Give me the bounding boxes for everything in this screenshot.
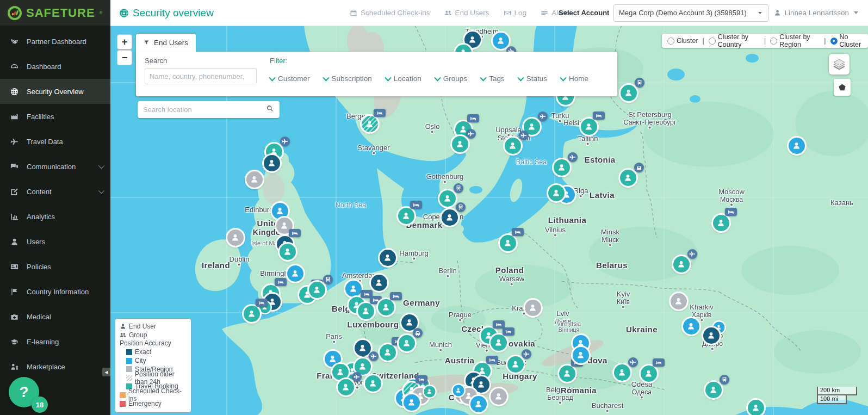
end-user-marker[interactable] <box>246 171 263 188</box>
zoom-in-button[interactable]: + <box>117 34 132 49</box>
filter-dropdown-home[interactable]: Home <box>561 75 588 83</box>
sidebar-item-policies[interactable]: Policies <box>0 254 110 279</box>
end-user-marker[interactable] <box>500 235 516 251</box>
end-user-marker[interactable] <box>380 344 396 361</box>
filter-dropdown-customer[interactable]: Customer <box>270 75 310 83</box>
end-user-marker[interactable] <box>244 306 260 322</box>
end-user-marker[interactable] <box>470 396 487 412</box>
end-user-marker[interactable] <box>280 244 296 260</box>
end-user-marker[interactable] <box>287 265 303 282</box>
sidebar-item-country-information[interactable]: Country Information <box>0 279 110 304</box>
header-nav-scheduled-check-ins[interactable]: Scheduled Check-ins <box>350 9 430 17</box>
end-user-marker[interactable] <box>554 159 570 176</box>
sidebar-item-users[interactable]: Users <box>0 229 110 254</box>
filter-dropdown-location[interactable]: Location <box>386 75 421 83</box>
end-user-marker[interactable] <box>272 203 288 219</box>
search-icon[interactable] <box>266 104 280 115</box>
end-user-marker[interactable] <box>525 300 541 316</box>
end-user-marker[interactable] <box>378 299 394 315</box>
end-user-marker[interactable] <box>473 376 489 393</box>
filter-dropdown-status[interactable]: Status <box>518 75 547 83</box>
end-user-marker[interactable] <box>398 208 414 224</box>
end-user-marker[interactable] <box>703 327 720 344</box>
location-search-input[interactable] <box>138 106 266 114</box>
end-user-marker[interactable] <box>505 138 521 154</box>
search-input[interactable] <box>145 68 257 84</box>
sidebar-item-analytics[interactable]: Analytics <box>0 204 110 229</box>
filter-dropdown-tags[interactable]: Tags <box>481 75 505 83</box>
user-menu[interactable]: Linnea Lennartsson <box>774 9 858 17</box>
sidebar-item-e-learning[interactable]: E-learning <box>0 329 110 354</box>
person-icon <box>445 213 455 222</box>
end-user-marker[interactable] <box>507 356 524 373</box>
end-user-marker[interactable] <box>355 340 371 356</box>
safeture-logo[interactable]: SAFETURE ® <box>0 0 110 26</box>
radio-icon[interactable] <box>667 38 674 45</box>
header-nav-end-users[interactable]: End Users <box>444 9 489 17</box>
sidebar-item-travel-data[interactable]: Travel Data <box>0 129 110 154</box>
end-user-marker[interactable] <box>453 385 464 397</box>
end-user-marker[interactable] <box>559 366 575 382</box>
end-user-marker[interactable] <box>424 386 436 398</box>
sidebar-item-security-overview[interactable]: Security Overview <box>0 79 110 104</box>
end-user-marker[interactable] <box>332 364 349 380</box>
end-user-marker[interactable] <box>371 275 387 291</box>
end-user-marker[interactable] <box>358 303 374 319</box>
cluster-option-no-cluster[interactable]: No Cluster <box>830 33 863 48</box>
end-user-marker[interactable] <box>452 136 468 152</box>
filter-dropdown-groups[interactable]: Groups <box>435 75 467 83</box>
end-user-marker[interactable] <box>404 394 420 411</box>
zoom-out-button[interactable]: − <box>117 50 132 65</box>
end-user-marker[interactable] <box>264 155 280 171</box>
help-widget[interactable]: ? 18 <box>9 377 39 407</box>
end-user-marker[interactable] <box>439 190 456 207</box>
end-user-marker[interactable] <box>614 364 630 381</box>
end-user-marker[interactable] <box>442 209 458 226</box>
end-user-marker[interactable] <box>491 335 507 351</box>
end-user-marker[interactable] <box>683 318 699 335</box>
cluster-option-cluster-by-region[interactable]: Cluster by Region <box>770 33 820 48</box>
end-user-marker[interactable] <box>748 400 764 415</box>
sidebar-item-facilities[interactable]: Facilities <box>0 104 110 129</box>
radio-icon[interactable] <box>770 38 777 45</box>
account-select[interactable]: Mega Corp (Demo Account 3) (3598591) <box>613 4 768 22</box>
end-user-marker[interactable] <box>581 119 597 135</box>
end-user-marker[interactable] <box>641 366 657 382</box>
layers-button[interactable] <box>829 54 850 75</box>
tab-end-users[interactable]: End Users <box>136 34 196 52</box>
sidebar-item-medical[interactable]: Medical <box>0 304 110 329</box>
sidebar-item-dashboard[interactable]: Dashboard <box>0 54 110 79</box>
cluster-option-cluster-by-country[interactable]: Cluster by Country <box>709 33 760 48</box>
end-user-marker[interactable] <box>621 85 637 101</box>
sidebar-item-communication[interactable]: Communication <box>0 154 110 179</box>
end-user-marker[interactable] <box>789 138 805 154</box>
end-user-marker[interactable] <box>620 170 636 186</box>
header-nav-log[interactable]: Log <box>504 9 527 17</box>
end-user-marker[interactable] <box>713 215 729 231</box>
radio-icon[interactable] <box>830 38 838 45</box>
end-user-marker[interactable] <box>491 388 507 405</box>
end-user-marker[interactable] <box>362 116 378 132</box>
sidebar-item-marketplace[interactable]: Marketplace <box>0 354 110 379</box>
end-user-marker[interactable] <box>338 379 354 395</box>
map[interactable]: TrondheimBergenOsloStavangerUppsalaStock… <box>110 26 868 415</box>
sidebar-collapse-button[interactable]: ◀ <box>102 368 110 376</box>
filter-dropdown-subscription[interactable]: Subscription <box>324 75 372 83</box>
end-user-marker[interactable] <box>671 293 687 309</box>
cluster-option-cluster[interactable]: Cluster <box>667 37 698 45</box>
end-user-marker[interactable] <box>705 382 722 398</box>
end-user-marker[interactable] <box>399 335 415 351</box>
sidebar-item-partner-dashboard[interactable]: Partner Dashboard <box>0 29 110 54</box>
radio-icon[interactable] <box>709 38 716 45</box>
end-user-marker[interactable] <box>227 230 244 246</box>
end-user-marker[interactable] <box>573 347 589 363</box>
end-user-marker[interactable] <box>673 256 690 272</box>
sidebar-item-content[interactable]: Content <box>0 179 110 204</box>
end-user-marker[interactable] <box>309 282 325 298</box>
end-user-marker[interactable] <box>345 281 362 297</box>
end-user-marker[interactable] <box>548 185 565 201</box>
draw-polygon-button[interactable] <box>834 79 851 96</box>
end-user-marker[interactable] <box>365 375 381 392</box>
end-user-marker[interactable] <box>380 250 396 266</box>
end-user-marker[interactable] <box>493 33 509 49</box>
